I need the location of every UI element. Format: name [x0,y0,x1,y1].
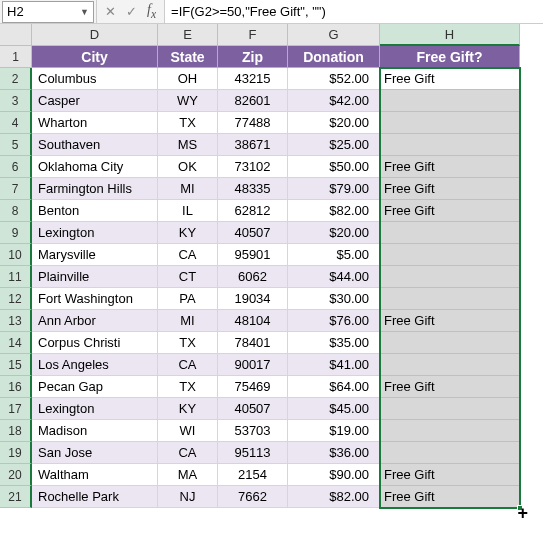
cell-city[interactable]: Corpus Christi [32,332,158,354]
row-head[interactable]: 8 [0,200,32,222]
row-head[interactable]: 9 [0,222,32,244]
cell-state[interactable]: MA [158,464,218,486]
cell-city[interactable]: Southaven [32,134,158,156]
cell-gift[interactable] [380,420,520,442]
cell-city[interactable]: Plainville [32,266,158,288]
cell-zip[interactable]: 95901 [218,244,288,266]
cell-zip[interactable]: 7662 [218,486,288,508]
cell-gift[interactable] [380,354,520,376]
col-head-h[interactable]: H [380,24,520,46]
cell-donation[interactable]: $25.00 [288,134,380,156]
cell-state[interactable]: KY [158,222,218,244]
cell-state[interactable]: KY [158,398,218,420]
cell-state[interactable]: PA [158,288,218,310]
cell-zip[interactable]: 6062 [218,266,288,288]
formula-input[interactable]: =IF(G2>=50,"Free Gift", "") [165,0,543,23]
row-head[interactable]: 5 [0,134,32,156]
enter-icon[interactable]: ✓ [126,4,137,19]
cell-state[interactable]: MI [158,178,218,200]
cell-state[interactable]: NJ [158,486,218,508]
cell-gift[interactable]: Free Gift [380,178,520,200]
cell-gift[interactable] [380,288,520,310]
cell-gift[interactable] [380,398,520,420]
cell-gift[interactable] [380,442,520,464]
chevron-down-icon[interactable]: ▼ [80,7,89,17]
cell-city[interactable]: Pecan Gap [32,376,158,398]
cell-gift[interactable] [380,244,520,266]
cell-zip[interactable]: 82601 [218,90,288,112]
name-box[interactable]: H2 ▼ [2,1,94,23]
cell-donation[interactable]: $5.00 [288,244,380,266]
cell-gift[interactable] [380,90,520,112]
cell-state[interactable]: CA [158,354,218,376]
cell-state[interactable]: MI [158,310,218,332]
cell-zip[interactable]: 40507 [218,398,288,420]
cell-zip[interactable]: 62812 [218,200,288,222]
cell-state[interactable]: CA [158,442,218,464]
row-head[interactable]: 17 [0,398,32,420]
cell-city[interactable]: Benton [32,200,158,222]
cell-gift[interactable]: Free Gift [380,486,520,508]
cell-zip[interactable]: 78401 [218,332,288,354]
row-head[interactable]: 10 [0,244,32,266]
cell-donation[interactable]: $41.00 [288,354,380,376]
cell-zip[interactable]: 48335 [218,178,288,200]
cell-city[interactable]: Ann Arbor [32,310,158,332]
cell-city[interactable]: Los Angeles [32,354,158,376]
cell-zip[interactable]: 2154 [218,464,288,486]
cell-donation[interactable]: $42.00 [288,90,380,112]
cell-state[interactable]: TX [158,332,218,354]
row-head[interactable]: 20 [0,464,32,486]
cell-city[interactable]: San Jose [32,442,158,464]
row-head[interactable]: 14 [0,332,32,354]
row-head[interactable]: 3 [0,90,32,112]
cell-city[interactable]: Madison [32,420,158,442]
cell-gift[interactable] [380,112,520,134]
cell-city[interactable]: Lexington [32,398,158,420]
cancel-icon[interactable]: ✕ [105,4,116,19]
cell-gift[interactable]: Free Gift [380,310,520,332]
cell-donation[interactable]: $79.00 [288,178,380,200]
row-head[interactable]: 18 [0,420,32,442]
row-head[interactable]: 15 [0,354,32,376]
cell-state[interactable]: TX [158,112,218,134]
cell-state[interactable]: OH [158,68,218,90]
cell-zip[interactable]: 40507 [218,222,288,244]
cell-city[interactable]: Columbus [32,68,158,90]
cell-zip[interactable]: 19034 [218,288,288,310]
cell-zip[interactable]: 73102 [218,156,288,178]
cell-gift[interactable]: Free Gift [380,68,520,90]
cell-state[interactable]: CT [158,266,218,288]
cell-state[interactable]: OK [158,156,218,178]
cell-city[interactable]: Fort Washington [32,288,158,310]
row-head[interactable]: 4 [0,112,32,134]
row-head[interactable]: 12 [0,288,32,310]
col-head-d[interactable]: D [32,24,158,46]
cell-city[interactable]: Marysville [32,244,158,266]
col-head-e[interactable]: E [158,24,218,46]
fill-handle[interactable] [517,505,523,511]
cell-city[interactable]: Rochelle Park [32,486,158,508]
cell-donation[interactable]: $76.00 [288,310,380,332]
row-head[interactable]: 1 [0,46,32,68]
cell-city[interactable]: Casper [32,90,158,112]
cell-donation[interactable]: $30.00 [288,288,380,310]
cell-gift[interactable]: Free Gift [380,464,520,486]
cell-city[interactable]: Wharton [32,112,158,134]
cell-gift[interactable] [380,332,520,354]
cell-gift[interactable]: Free Gift [380,200,520,222]
col-head-f[interactable]: F [218,24,288,46]
cell-state[interactable]: WI [158,420,218,442]
spreadsheet-grid[interactable]: D E F G H 1 City State Zip Donation Free… [0,24,543,508]
cell-gift[interactable] [380,266,520,288]
row-head[interactable]: 16 [0,376,32,398]
cell-zip[interactable]: 95113 [218,442,288,464]
cell-donation[interactable]: $90.00 [288,464,380,486]
cell-gift[interactable] [380,222,520,244]
cell-city[interactable]: Waltham [32,464,158,486]
select-all-corner[interactable] [0,24,32,46]
cell-donation[interactable]: $64.00 [288,376,380,398]
cell-donation[interactable]: $35.00 [288,332,380,354]
cell-zip[interactable]: 90017 [218,354,288,376]
cell-donation[interactable]: $52.00 [288,68,380,90]
